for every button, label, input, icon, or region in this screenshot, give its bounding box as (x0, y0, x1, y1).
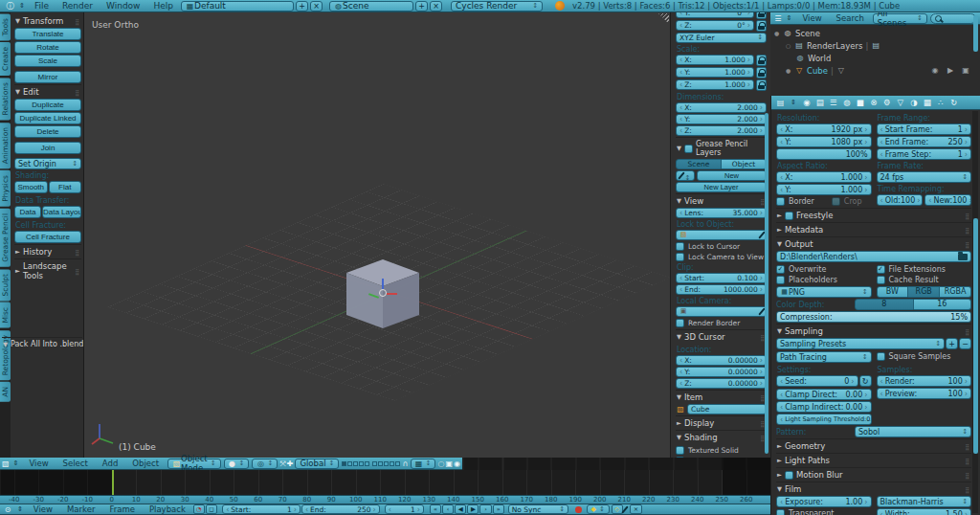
add-preset-button[interactable]: + (946, 338, 958, 349)
motion-blur-panel-header[interactable]: ► Motion Blur ⣿ (776, 467, 971, 481)
tool-shelf-tab[interactable]: Misc (0, 302, 11, 328)
outliner-menu-view[interactable]: View (795, 13, 828, 23)
menu-window[interactable]: Window (100, 1, 147, 11)
output-panel-header[interactable]: ▼ Output ⣿ (776, 236, 971, 251)
timeline-menu-frame[interactable]: Frame (102, 504, 141, 514)
integrator-dropdown[interactable]: Path Tracing (776, 351, 872, 363)
timeline-start-field[interactable]: Start:1 (222, 504, 301, 514)
history-panel-header[interactable]: ► History ⣿ (14, 244, 81, 258)
tool-shelf-tab[interactable]: Physics (0, 170, 11, 207)
render-opengl-anim-icon[interactable]: ◉ (454, 459, 460, 469)
outliner-scrollbar[interactable] (973, 15, 978, 52)
lock-to-cursor-checkbox[interactable] (676, 242, 684, 251)
menu-file[interactable]: File (28, 1, 56, 11)
gp-new-button[interactable]: New (697, 170, 767, 181)
metadata-panel-header[interactable]: ► Metadata ⣿ (776, 222, 971, 236)
edit-tool-button[interactable]: Duplicate Linked (14, 112, 81, 124)
gp-new-layer-button[interactable]: New Layer (676, 182, 767, 192)
tab-material-icon[interactable]: ◑ (907, 97, 921, 108)
expand-dot-icon[interactable]: ● (774, 30, 780, 36)
clamp-direct-field[interactable]: Clamp Direct:0.00 (776, 389, 872, 400)
timeline-ruler[interactable] (0, 470, 770, 495)
lock-object-field[interactable]: ▧ (676, 230, 767, 240)
set-origin-dropdown[interactable]: Set Origin (14, 158, 81, 169)
viewport-editor-icon[interactable]: ▧ (2, 459, 10, 469)
pattern-dropdown[interactable]: Sobol (855, 426, 971, 437)
frame-rate-dropdown[interactable]: 24 fps (877, 171, 972, 183)
pixel-filter-dropdown[interactable]: Blackman-Harris (877, 496, 972, 507)
expand-dot-icon[interactable]: ○ (786, 42, 791, 49)
freestyle-panel-header[interactable]: ► Freestyle ⣿ (776, 208, 971, 222)
use-preview-range-icon[interactable]: ◔ (193, 504, 205, 514)
visibility-eye-icon[interactable]: ◉ (930, 66, 940, 75)
preview-samples-field[interactable]: Preview:100 (877, 388, 972, 399)
viewport-menu-view[interactable]: View (22, 459, 55, 468)
tool-shelf-tab[interactable]: Sculpt (0, 269, 11, 301)
gp-brush-dropdown[interactable] (676, 170, 695, 181)
transform-panel-header[interactable]: ▼ Transform ⣿ (14, 14, 81, 28)
lock-icon[interactable] (756, 67, 767, 78)
editor-selector-arrows[interactable]: ⇕ (791, 99, 796, 106)
cursor-location-field[interactable]: Z:0.00000 (676, 378, 767, 389)
tab-texture-icon[interactable]: ▦ (921, 97, 934, 108)
lock-icon[interactable] (756, 55, 767, 66)
clamp-indirect-field[interactable]: Clamp Indirect:0.00 (776, 401, 872, 413)
manipulator-translate-icon[interactable]: ⤧ (279, 459, 285, 469)
pivot-point-dropdown[interactable]: ◎ (252, 459, 278, 469)
jump-to-start-button[interactable]: « (430, 504, 441, 514)
flat-button[interactable]: Flat (49, 181, 82, 193)
keying-set-dropdown[interactable]: ◆ (587, 504, 610, 514)
smooth-button[interactable]: Smooth (14, 181, 48, 193)
outliner-menu-search[interactable]: Search (830, 13, 871, 23)
timeline-end-field[interactable]: End:250 (301, 504, 380, 514)
local-camera-field[interactable]: ▣ (676, 306, 767, 317)
resolution-x-field[interactable]: X:1920 px (776, 123, 872, 135)
join-button[interactable]: Join (14, 142, 81, 154)
tab-constraints-icon[interactable]: ⊗ (867, 97, 880, 108)
motion-blur-checkbox[interactable] (785, 471, 793, 480)
tab-scene-icon[interactable]: ☰ (827, 97, 840, 108)
color-mode-toggle[interactable]: BW RGB RGBA (877, 286, 972, 298)
timeline-menu-marker[interactable]: Marker (60, 504, 101, 514)
aspect-y-field[interactable]: Y:1.000 (776, 184, 872, 195)
cache-result-checkbox[interactable] (877, 276, 885, 284)
operator-redo-panel-header[interactable]: ▼ Pack All Into .blend ⣿ (2, 337, 82, 350)
tab-render-icon[interactable]: ◉ (800, 97, 813, 108)
scene-selector[interactable]: ◍ Scene (329, 1, 413, 11)
timeline-menu-view[interactable]: View (27, 504, 59, 514)
tab-render-layers-icon[interactable]: ▤ (813, 97, 827, 108)
dimension-field[interactable]: X:2.000 (676, 102, 767, 113)
freestyle-checkbox[interactable] (785, 212, 793, 220)
cursor-location-field[interactable]: X:0.00000 (676, 355, 767, 366)
editor-selector-arrows[interactable]: ⇕ (19, 2, 25, 10)
expand-dot-icon[interactable]: ● (786, 67, 791, 74)
animate-seed-button[interactable]: ↻ (859, 375, 872, 387)
compression-slider[interactable]: Compression: 15% (776, 311, 971, 323)
rotation-mode-dropdown[interactable]: XYZ Euler (676, 33, 767, 43)
menu-help[interactable]: Help (146, 1, 180, 11)
display-panel-header[interactable]: ► Display ⣿ (676, 415, 767, 430)
placeholders-checkbox[interactable] (776, 276, 785, 284)
frame-step-field[interactable]: Frame Step:1 (877, 148, 972, 160)
info-editor-icon[interactable]: ⓘ (4, 1, 16, 11)
area-split-corner[interactable] (658, 13, 669, 24)
aspect-x-field[interactable]: X:1.000 (776, 171, 872, 183)
scale-field[interactable]: Z:1.000 (676, 79, 754, 90)
manipulator-center[interactable] (379, 289, 387, 297)
grease-pencil-source-toggle[interactable]: Scene Object (676, 159, 767, 169)
mirror-button[interactable]: Mirror (14, 71, 81, 83)
shading-panel-header[interactable]: ▼ Shading ⣿ (676, 430, 767, 444)
sampling-presets-dropdown[interactable]: Sampling Presets (776, 338, 945, 349)
tool-shelf-tab[interactable]: Relations (0, 78, 11, 120)
render-opengl-icon[interactable]: ▣ (445, 459, 453, 469)
transform-tool-button[interactable]: Translate (14, 28, 81, 40)
outliner-row-renderlayers[interactable]: ○ ▤ RenderLayers | ▤ (770, 39, 980, 52)
scale-field[interactable]: Y:1.000 (676, 67, 754, 78)
add-layout-button[interactable]: + (296, 1, 308, 11)
editor-selector-arrows[interactable]: ⇕ (787, 14, 792, 22)
output-path-field[interactable]: D:\Blender\Renders\ (776, 251, 971, 262)
resolution-y-field[interactable]: Y:1080 px (776, 136, 872, 147)
tab-physics-icon[interactable]: ↻ (947, 97, 961, 108)
record-button[interactable] (575, 506, 581, 513)
outliner-search-input[interactable] (930, 13, 976, 24)
